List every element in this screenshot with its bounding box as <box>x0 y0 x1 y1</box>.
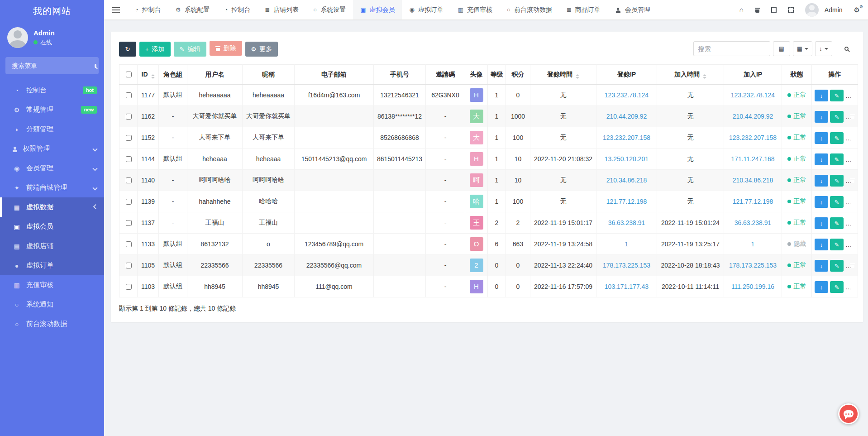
row-checkbox[interactable] <box>126 220 132 226</box>
chat-fab-button[interactable] <box>838 403 859 424</box>
join-ip-link[interactable]: 178.173.225.153 <box>729 262 777 269</box>
row-checkbox[interactable] <box>126 135 132 141</box>
row-checkbox[interactable] <box>126 177 132 183</box>
toggle-view-button[interactable]: ▤ <box>773 41 790 56</box>
row-checkbox[interactable] <box>126 241 132 247</box>
delete-button[interactable]: 删除 <box>210 41 242 56</box>
sidebar-item-general[interactable]: ⚙常规管理new <box>0 100 104 120</box>
select-all-checkbox[interactable] <box>126 72 132 77</box>
join-ip-link[interactable]: 123.232.78.124 <box>731 91 775 99</box>
detail-row-button[interactable]: ↓ <box>815 196 828 208</box>
cell-email <box>295 106 374 127</box>
detail-row-button[interactable]: ↓ <box>815 111 828 123</box>
login-ip-link[interactable]: 210.34.86.218 <box>606 177 647 184</box>
sidebar-item-virtual-data[interactable]: ▦虚拟数据 <box>0 197 104 217</box>
edit-row-button[interactable]: ✎ <box>830 132 844 144</box>
topbar-avatar[interactable] <box>805 3 819 17</box>
refresh-button[interactable]: ↻ <box>119 42 136 57</box>
edit-row-button[interactable]: ✎ <box>830 217 844 229</box>
tab-member-manage[interactable]: 会员管理 <box>608 0 658 19</box>
login-ip-link[interactable]: 123.232.207.158 <box>603 134 650 141</box>
tab-goods-order[interactable]: ≣商品订单 <box>559 0 608 19</box>
row-checkbox[interactable] <box>126 199 132 205</box>
join-ip-link[interactable]: 210.44.209.92 <box>733 113 773 120</box>
tab-virtual-order[interactable]: ◉虚拟订单 <box>402 0 450 19</box>
detail-row-button[interactable]: ↓ <box>815 260 828 272</box>
row-checkbox[interactable] <box>126 284 132 290</box>
login-ip-link[interactable]: 178.173.225.153 <box>603 262 650 269</box>
login-ip-link[interactable]: 123.232.78.124 <box>605 91 649 99</box>
detail-row-button[interactable]: ↓ <box>815 153 828 165</box>
login-ip-link[interactable]: 1 <box>625 240 629 248</box>
sidebar-item-mall[interactable]: ✦前端商城管理 <box>0 178 104 197</box>
menu-toggle-button[interactable] <box>104 0 128 19</box>
settings-gears-icon[interactable]: ⚙ <box>854 6 860 13</box>
column-join-time[interactable]: 加入時間 <box>657 65 724 85</box>
join-ip-link[interactable]: 36.63.238.91 <box>734 219 772 226</box>
topbar-user-name[interactable]: Admin <box>825 6 843 14</box>
tab-front-scroll[interactable]: ○前台滚动数据 <box>500 0 559 19</box>
export-button[interactable]: ↓ <box>815 41 832 56</box>
join-ip-link[interactable]: 1 <box>751 240 755 248</box>
topbar-expand-button[interactable] <box>788 7 794 13</box>
login-ip-link[interactable]: 13.250.120.201 <box>605 155 649 163</box>
tab-console-1[interactable]: ◔控制台 <box>128 0 168 19</box>
edit-row-button[interactable]: ✎ <box>830 175 844 187</box>
tab-virtual-member[interactable]: ▣虚拟会员 <box>353 0 402 19</box>
sidebar-item-front-scroll[interactable]: ○前台滚动数据 <box>0 314 104 334</box>
add-button[interactable]: +添加 <box>139 42 171 57</box>
join-ip-link[interactable]: 111.250.199.16 <box>731 283 774 290</box>
tab-console-2[interactable]: ◔控制台 <box>217 0 258 19</box>
tab-shop-list[interactable]: ≣店铺列表 <box>258 0 306 19</box>
edit-row-button[interactable]: ✎ <box>830 260 844 272</box>
column-login-time[interactable]: 登錄時間 <box>530 65 596 85</box>
join-ip-link[interactable]: 123.232.207.158 <box>729 134 777 141</box>
edit-row-button[interactable]: ✎ <box>830 239 844 250</box>
sidebar-item-auth[interactable]: 权限管理 <box>0 139 104 158</box>
sidebar-item-virtual-shop[interactable]: ▤虚拟店铺 <box>0 236 104 256</box>
sidebar-item-member[interactable]: ◉会员管理 <box>0 158 104 178</box>
login-ip-link[interactable]: 121.77.12.198 <box>606 198 647 205</box>
row-checkbox[interactable] <box>126 114 132 120</box>
row-checkbox[interactable] <box>126 92 132 98</box>
login-ip-link[interactable]: 36.63.238.91 <box>608 219 645 226</box>
menu-search-input[interactable] <box>11 62 95 70</box>
detail-row-button[interactable]: ↓ <box>815 217 828 229</box>
sidebar-item-category[interactable]: ◗分類管理 <box>0 120 104 139</box>
edit-button[interactable]: ✎编辑 <box>174 42 206 57</box>
edit-row-button[interactable]: ✎ <box>830 196 844 208</box>
tab-sys-setting[interactable]: ○系统设置 <box>306 0 353 19</box>
column-id[interactable]: ID <box>138 65 159 85</box>
tab-sys-config[interactable]: ⚙系统配置 <box>168 0 217 19</box>
sidebar-item-recharge-audit[interactable]: ▥充值审核 <box>0 275 104 295</box>
edit-row-button[interactable]: ✎ <box>830 111 844 123</box>
row-checkbox[interactable] <box>126 263 132 268</box>
columns-button[interactable]: ▦ <box>793 41 812 56</box>
edit-row-button[interactable]: ✎ <box>830 90 844 101</box>
topbar-home-button[interactable]: ⌂ <box>739 6 744 13</box>
detail-row-button[interactable]: ↓ <box>815 239 828 250</box>
sidebar-item-virtual-member[interactable]: ▣虚拟会员 <box>0 217 104 236</box>
join-ip-link[interactable]: 121.77.12.198 <box>733 198 773 205</box>
search-toggle-button[interactable] <box>838 41 855 56</box>
detail-row-button[interactable]: ↓ <box>815 132 828 144</box>
tab-recharge-audit[interactable]: ▥充值审核 <box>451 0 500 19</box>
join-ip-link[interactable]: 171.11.247.168 <box>731 155 774 163</box>
detail-row-button[interactable]: ↓ <box>815 90 828 101</box>
topbar-trash-button[interactable] <box>755 7 760 13</box>
detail-row-button[interactable]: ↓ <box>815 175 828 187</box>
login-ip-link[interactable]: 210.44.209.92 <box>606 113 647 120</box>
sidebar-item-console[interactable]: ◔控制台hot <box>0 81 104 100</box>
login-ip-link[interactable]: 103.171.177.43 <box>605 283 649 290</box>
detail-row-button[interactable]: ↓ <box>815 281 828 293</box>
cell-username: 22335566 <box>187 255 243 276</box>
table-search-input[interactable] <box>693 41 770 56</box>
edit-row-button[interactable]: ✎ <box>830 153 844 165</box>
more-button[interactable]: ⚙更多 <box>245 42 278 57</box>
sidebar-item-virtual-order[interactable]: ●虚拟订单 <box>0 256 104 275</box>
sidebar-item-system-notice[interactable]: ○系统通知 <box>0 295 104 314</box>
join-ip-link[interactable]: 210.34.86.218 <box>733 177 773 184</box>
row-checkbox[interactable] <box>126 156 132 162</box>
topbar-copy-button[interactable] <box>771 7 777 13</box>
edit-row-button[interactable]: ✎ <box>830 281 844 293</box>
